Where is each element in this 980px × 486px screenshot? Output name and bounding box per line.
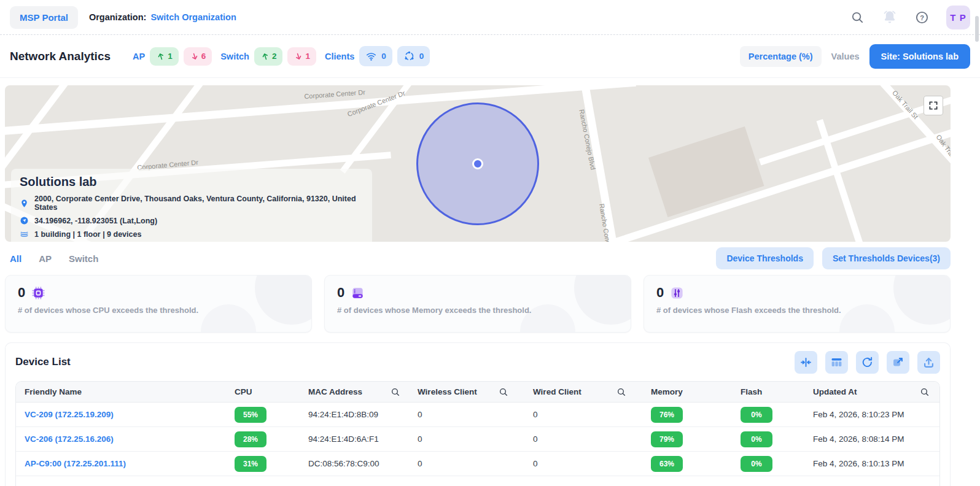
device-list-toolbar <box>795 351 940 374</box>
site-info-overlay: Solutions lab 2000, Corporate Center Dri… <box>11 169 372 242</box>
memory-icon <box>351 286 365 300</box>
column-search-icon[interactable] <box>499 387 508 397</box>
values-toggle[interactable]: Values <box>831 52 860 61</box>
cpu-usage-badge: 28% <box>235 431 266 447</box>
updated-at-cell: Feb 4, 2026, 8:10:13 PM <box>813 459 939 468</box>
site-map[interactable]: Corporate Center Dr Corporate Center Dr … <box>5 85 951 242</box>
mac-address-cell: 94:24:E1:4D:6A:F1 <box>308 434 418 444</box>
memory-usage-badge: 76% <box>651 407 683 423</box>
tab-switch[interactable]: Switch <box>69 253 98 264</box>
wireless-client-cell: 0 <box>418 410 533 419</box>
updated-at-cell: Feb 4, 2026, 8:08:14 PM <box>813 434 939 444</box>
wired-client-cell: 0 <box>533 434 651 444</box>
mac-address-cell: 94:24:E1:4D:8B:09 <box>308 410 418 419</box>
trend-up-icon <box>156 52 166 61</box>
refresh-button[interactable] <box>856 351 879 374</box>
wifi-icon <box>365 50 377 62</box>
map-building <box>648 126 764 217</box>
manage-columns-button[interactable] <box>825 351 848 374</box>
organization-link[interactable]: Switch Organization <box>150 12 236 22</box>
analytics-bar-actions: Percentage (%) Values Site: Solutions la… <box>740 44 970 69</box>
device-link[interactable]: VC-206 (172.25.16.206) <box>25 434 114 444</box>
tab-ap[interactable]: AP <box>39 253 52 264</box>
wireless-client-cell: 0 <box>418 459 533 468</box>
memory-threshold-card: 0 # of devices whose Memory exceeds the … <box>324 275 631 333</box>
top-header: MSP Portal Organization: Switch Organiza… <box>0 0 980 35</box>
clients-label[interactable]: Clients <box>325 52 354 61</box>
fullscreen-icon <box>928 100 939 111</box>
column-search-icon[interactable] <box>920 387 930 397</box>
msp-portal-badge[interactable]: MSP Portal <box>10 6 78 29</box>
notifications-bell-icon[interactable] <box>882 9 898 25</box>
site-marker[interactable] <box>472 158 483 169</box>
cpu-usage-badge: 31% <box>235 456 266 472</box>
threshold-stat-cards: 0 # of devices whose CPU exceeds the thr… <box>5 275 951 333</box>
switch-label[interactable]: Switch <box>220 52 249 61</box>
ap-label[interactable]: AP <box>133 52 145 61</box>
mesh-clients-badge[interactable]: 0 <box>397 46 430 66</box>
memory-usage-badge: 79% <box>651 431 683 447</box>
organization: Organization: Switch Organization <box>89 12 236 22</box>
table-header-row: Friendly Name CPU MAC Address Wireless C… <box>16 382 939 403</box>
device-list-title: Device List <box>15 356 71 368</box>
device-link[interactable]: VC-209 (172.25.19.209) <box>25 410 114 419</box>
table-row: AP-C9:00 (172.25.201.111) 31% DC:08:56:7… <box>16 452 939 476</box>
switch-up-badge[interactable]: 2 <box>254 47 283 66</box>
column-updated-at[interactable]: Updated At <box>813 387 939 397</box>
set-thresholds-button[interactable]: Set Thresholds Devices(3) <box>822 247 951 269</box>
header-actions: T P <box>850 6 970 29</box>
cpu-threshold-card: 0 # of devices whose CPU exceeds the thr… <box>5 275 312 333</box>
compress-columns-button[interactable] <box>795 351 817 374</box>
help-icon[interactable] <box>915 10 929 25</box>
memory-threshold-description: # of devices whose Memory exceeds the th… <box>337 306 618 315</box>
clients-stats: Clients 0 0 <box>325 46 430 66</box>
scrollbar-thumb[interactable] <box>975 16 979 42</box>
cpu-chip-icon <box>31 286 45 300</box>
column-memory[interactable]: Memory <box>651 387 741 396</box>
device-thresholds-button[interactable]: Device Thresholds <box>716 247 814 269</box>
map-fullscreen-button[interactable] <box>924 96 943 115</box>
column-wireless-client[interactable]: Wireless Client <box>418 387 533 397</box>
wired-client-cell: 0 <box>533 459 651 468</box>
search-icon[interactable] <box>850 10 865 25</box>
tab-all[interactable]: All <box>10 253 21 264</box>
layers-icon <box>20 230 29 239</box>
ap-stats: AP 1 6 <box>133 47 212 66</box>
column-flash[interactable]: Flash <box>741 387 813 396</box>
site-selector-button[interactable]: Site: Solutions lab <box>869 44 970 69</box>
ap-down-badge[interactable]: 6 <box>184 47 212 66</box>
analytics-bar: Network Analytics AP 1 6 Switch 2 1 Clie… <box>0 35 980 78</box>
wired-client-cell: 0 <box>533 410 651 419</box>
network-analytics-page: MSP Portal Organization: Switch Organiza… <box>0 0 980 486</box>
road-label: Corporate Center Dr <box>304 88 365 100</box>
switch-down-badge[interactable]: 1 <box>287 47 316 66</box>
column-friendly-name[interactable]: Friendly Name <box>16 387 235 396</box>
table-row: VC-209 (172.25.19.209) 55% 94:24:E1:4D:8… <box>16 403 939 427</box>
organization-label: Organization: <box>89 12 146 22</box>
threshold-actions: Device Thresholds Set Thresholds Devices… <box>716 247 951 269</box>
column-mac-address[interactable]: MAC Address <box>308 387 418 397</box>
avatar[interactable]: T P <box>946 6 970 29</box>
ap-up-badge[interactable]: 1 <box>150 47 179 66</box>
location-pin-icon <box>20 199 29 208</box>
compass-icon <box>20 216 29 225</box>
percentage-toggle[interactable]: Percentage (%) <box>740 46 822 67</box>
column-search-icon[interactable] <box>391 387 400 397</box>
device-link[interactable]: AP-C9:00 (172.25.201.111) <box>25 459 126 468</box>
column-search-icon[interactable] <box>616 387 626 397</box>
open-external-button[interactable] <box>887 351 909 374</box>
column-wired-client[interactable]: Wired Client <box>533 387 651 397</box>
column-cpu[interactable]: CPU <box>235 387 308 396</box>
cpu-threshold-description: # of devices whose CPU exceeds the thres… <box>18 306 299 315</box>
export-button[interactable] <box>917 351 940 374</box>
wireless-clients-badge[interactable]: 0 <box>359 46 392 66</box>
site-radius-circle[interactable] <box>416 102 539 225</box>
cpu-threshold-count: 0 <box>18 285 25 301</box>
device-filter-tabs: All AP Switch Device Thresholds Set Thre… <box>10 248 951 269</box>
device-list-card: Device List Friendly Name CPU MAC Addres… <box>5 342 951 486</box>
memory-usage-badge: 63% <box>651 456 683 472</box>
columns-icon <box>830 356 843 369</box>
flash-threshold-count: 0 <box>656 285 664 301</box>
switch-stats: Switch 2 1 <box>220 47 316 66</box>
flash-threshold-description: # of devices whose Flash exceeds the thr… <box>656 306 938 315</box>
